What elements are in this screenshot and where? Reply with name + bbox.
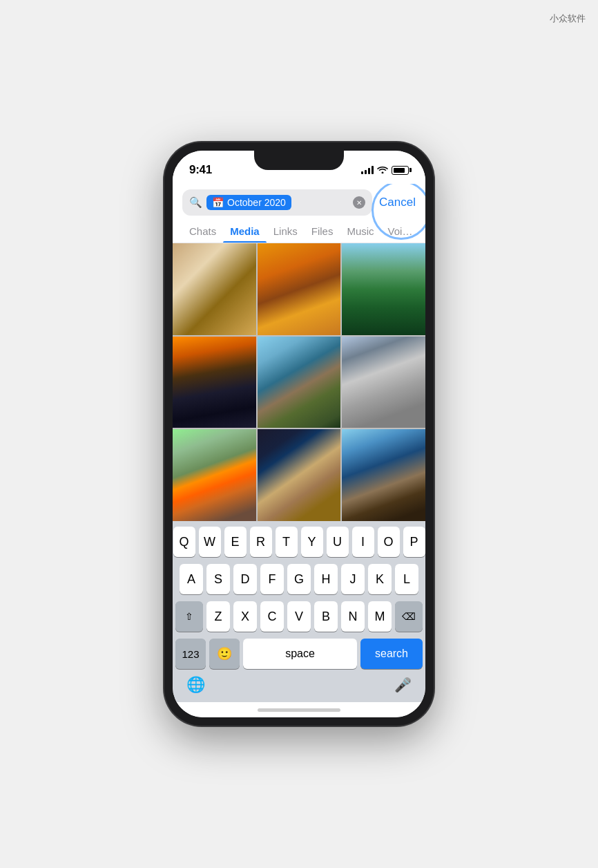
status-icons (361, 165, 409, 176)
key-g[interactable]: G (287, 564, 311, 594)
media-item-1[interactable] (173, 243, 256, 335)
status-time: 9:41 (189, 163, 212, 177)
key-t[interactable]: T (276, 527, 298, 557)
media-item-7[interactable] (173, 429, 256, 521)
key-j[interactable]: J (341, 564, 365, 594)
search-glass-icon: 🔍 (189, 196, 202, 209)
key-b[interactable]: B (314, 601, 338, 632)
globe-icon[interactable]: 🌐 (186, 676, 205, 694)
key-l[interactable]: L (395, 564, 418, 594)
media-item-4[interactable] (173, 337, 256, 428)
keyboard-row-2: A S D F G H J K L (175, 564, 423, 594)
phone-screen: 9:41 🔍 (173, 151, 425, 717)
key-search-label: search (375, 648, 408, 660)
phone-frame: 9:41 🔍 (164, 142, 434, 726)
clear-search-button[interactable]: ✕ (353, 196, 365, 209)
media-item-3[interactable] (342, 243, 425, 335)
microphone-icon[interactable]: 🎤 (394, 677, 412, 693)
media-item-6[interactable] (342, 337, 425, 428)
keyboard-row-3: ⇧ Z X C V B N M ⌫ (175, 601, 423, 632)
watermark: 小众软件 (550, 12, 586, 25)
notch (254, 151, 344, 170)
key-d[interactable]: D (233, 564, 257, 594)
key-r[interactable]: R (250, 527, 272, 557)
media-grid (173, 243, 425, 521)
key-v[interactable]: V (287, 601, 311, 632)
search-input-container[interactable]: 🔍 📅 October 2020 ✕ (182, 189, 372, 216)
filter-tabs: Chats Media Links Files Music Voi… (173, 220, 425, 243)
key-n[interactable]: N (341, 601, 365, 632)
key-p[interactable]: P (403, 527, 425, 557)
key-y[interactable]: Y (301, 527, 323, 557)
key-f[interactable]: F (260, 564, 284, 594)
cancel-button-wrapper: Cancel (379, 196, 416, 209)
key-k[interactable]: K (368, 564, 392, 594)
key-m[interactable]: M (368, 601, 392, 632)
key-e[interactable]: E (224, 527, 247, 557)
tab-files[interactable]: Files (305, 220, 340, 243)
media-item-2[interactable] (258, 243, 341, 335)
key-x[interactable]: X (233, 601, 257, 632)
tab-media[interactable]: Media (223, 220, 267, 243)
media-item-5[interactable] (258, 337, 341, 428)
keyboard-bottom-row: 123 🙂 space search (175, 639, 423, 669)
key-h[interactable]: H (314, 564, 338, 594)
search-date-tag[interactable]: 📅 October 2020 (206, 195, 291, 210)
key-space[interactable]: space (243, 639, 357, 669)
key-emoji[interactable]: 🙂 (209, 639, 240, 669)
battery-icon (392, 166, 409, 175)
tab-music[interactable]: Music (340, 220, 380, 243)
key-numbers-label: 123 (182, 648, 199, 660)
keyboard-footer: 🌐 🎤 (175, 673, 423, 699)
key-a[interactable]: A (180, 564, 203, 594)
home-bar (258, 708, 340, 712)
calendar-icon: 📅 (212, 197, 224, 208)
key-q[interactable]: Q (173, 527, 195, 557)
media-item-8[interactable] (258, 429, 341, 521)
cancel-button[interactable]: Cancel (379, 196, 416, 209)
key-i[interactable]: I (352, 527, 374, 557)
search-tag-label: October 2020 (227, 197, 286, 208)
wifi-icon (377, 165, 388, 176)
key-numbers[interactable]: 123 (175, 639, 206, 669)
key-s[interactable]: S (206, 564, 230, 594)
tab-chats[interactable]: Chats (182, 220, 223, 243)
key-shift[interactable]: ⇧ (175, 601, 203, 632)
key-space-label: space (285, 648, 315, 660)
search-area: 🔍 📅 October 2020 ✕ Cancel (173, 184, 425, 220)
key-o[interactable]: O (378, 527, 400, 557)
keyboard-row-1: Q W E R T Y U I O P (175, 527, 423, 557)
key-search[interactable]: search (360, 639, 423, 669)
key-c[interactable]: C (260, 601, 284, 632)
key-w[interactable]: W (199, 527, 221, 557)
signal-icon (361, 166, 374, 174)
keyboard: Q W E R T Y U I O P A S D F G H J K L (173, 521, 425, 702)
media-item-9[interactable] (342, 429, 425, 521)
tab-voice[interactable]: Voi… (381, 220, 420, 243)
tab-links[interactable]: Links (267, 220, 305, 243)
key-delete[interactable]: ⌫ (395, 601, 423, 632)
home-indicator[interactable] (173, 702, 425, 717)
key-z[interactable]: Z (206, 601, 230, 632)
key-u[interactable]: U (327, 527, 349, 557)
